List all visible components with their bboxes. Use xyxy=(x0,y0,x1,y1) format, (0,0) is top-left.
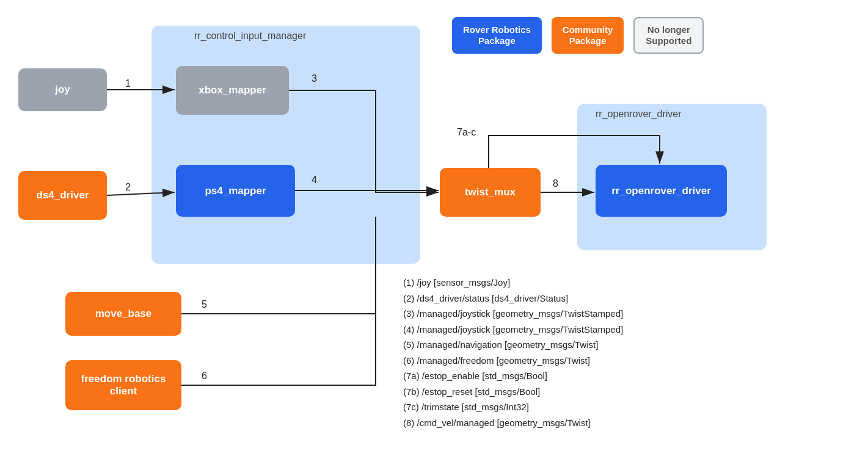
legend-community-package: Community Package xyxy=(552,17,624,54)
legend-no-longer-supported: No longer Supported xyxy=(633,17,704,54)
rr-openrover-driver-label: rr_openrover_driver xyxy=(596,109,682,120)
arrow-label-1: 1 xyxy=(125,78,131,89)
reference-item-9: (8) /cmd_vel/managed [geometry_msgs/Twis… xyxy=(403,415,623,431)
xbox-mapper-node: xbox_mapper xyxy=(176,66,289,115)
rr-control-input-manager-container xyxy=(151,26,420,264)
arrow-label-8: 8 xyxy=(553,178,558,189)
reference-item-2: (3) /managed/joystick [geometry_msgs/Twi… xyxy=(403,306,623,322)
legend: Rover Robotics Package Community Package… xyxy=(452,17,704,54)
reference-list: (1) /joy [sensor_msgs/Joy](2) /ds4_drive… xyxy=(403,275,623,430)
reference-item-8: (7c) /trimstate [std_msgs/Int32] xyxy=(403,399,623,415)
ps4-mapper-node: ps4_mapper xyxy=(176,165,295,217)
arrow-label-3: 3 xyxy=(312,73,317,84)
reference-item-4: (5) /managed/navigation [geometry_msgs/T… xyxy=(403,337,623,353)
twist-mux-node: twist_mux xyxy=(440,168,541,217)
reference-item-1: (2) /ds4_driver/status [ds4_driver/Statu… xyxy=(403,291,623,306)
arrow-label-4: 4 xyxy=(312,175,317,186)
legend-rover-robotics: Rover Robotics Package xyxy=(452,17,542,54)
arrow-label-6: 6 xyxy=(202,371,207,382)
rr-openrover-driver-node: rr_openrover_driver xyxy=(596,165,727,217)
reference-item-5: (6) /managed/freedom [geometry_msgs/Twis… xyxy=(403,353,623,369)
arrow-label-5: 5 xyxy=(202,299,207,310)
joy-node: joy xyxy=(18,68,107,111)
rr-control-input-manager-label: rr_control_input_manager xyxy=(194,31,306,42)
reference-item-0: (1) /joy [sensor_msgs/Joy] xyxy=(403,275,623,291)
reference-item-7: (7b) /estop_reset [std_msgs/Bool] xyxy=(403,384,623,400)
move-base-node: move_base xyxy=(65,292,181,336)
reference-item-6: (7a) /estop_enable [std_msgs/Bool] xyxy=(403,368,623,384)
diagram-container: Rover Robotics Package Community Package… xyxy=(0,0,868,467)
arrow-label-7ac: 7a-c xyxy=(457,127,476,138)
freedom-robotics-client-node: freedom robotics client xyxy=(65,360,181,410)
arrow-label-2: 2 xyxy=(125,182,131,193)
reference-item-3: (4) /managed/joystick [geometry_msgs/Twi… xyxy=(403,322,623,338)
ds4-driver-node: ds4_driver xyxy=(18,171,107,220)
